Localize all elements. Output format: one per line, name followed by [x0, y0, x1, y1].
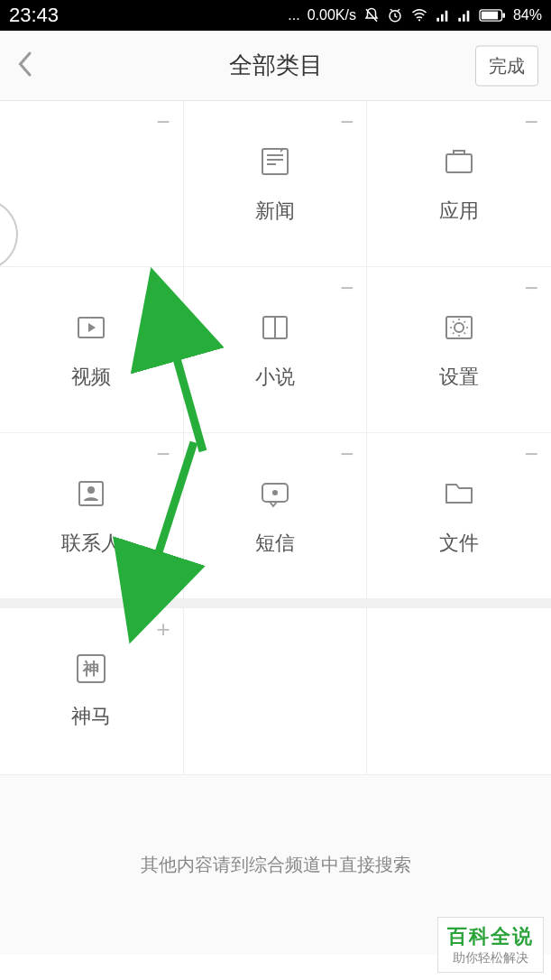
svg-rect-3	[482, 12, 498, 20]
category-label: 应用	[439, 198, 479, 225]
svg-point-11	[455, 323, 464, 332]
plus-icon[interactable]: +	[156, 617, 170, 641]
page-title: 全部类目	[229, 50, 323, 81]
category-label: 短信	[255, 530, 295, 557]
bell-mute-icon	[363, 7, 380, 23]
svg-point-1	[418, 19, 420, 21]
status-indicators: ... 0.00K/s 84%	[288, 7, 542, 23]
category-label: 小说	[255, 364, 295, 391]
category-cell-video[interactable]: − 视频	[0, 267, 184, 433]
done-button[interactable]: 完成	[475, 45, 538, 86]
category-label: 新闻	[255, 198, 295, 225]
signal-icon-2	[457, 8, 472, 23]
empty-cell	[367, 608, 551, 774]
ellipsis-icon: ...	[288, 7, 299, 23]
category-label: 文件	[439, 530, 479, 557]
message-icon	[257, 476, 293, 515]
minus-icon[interactable]: −	[525, 110, 538, 134]
svg-point-13	[87, 486, 95, 494]
category-cell-app[interactable]: − 应用	[367, 101, 551, 267]
battery-icon	[479, 9, 506, 22]
book-icon	[257, 310, 293, 349]
status-time: 23:43	[9, 4, 59, 27]
news-icon	[257, 143, 293, 183]
folder-icon	[441, 476, 477, 515]
other-categories-grid: + 神 神马	[0, 608, 551, 774]
settings-icon	[441, 310, 477, 349]
category-cell-shenma[interactable]: + 神 神马	[0, 608, 184, 774]
signal-icon	[436, 8, 450, 23]
minus-icon[interactable]: −	[340, 442, 354, 466]
status-bar: 23:43 ... 0.00K/s 84%	[0, 0, 551, 31]
category-cell-contacts[interactable]: − 联系人	[0, 433, 184, 599]
category-cell-files[interactable]: − 文件	[367, 433, 551, 599]
svg-rect-4	[502, 13, 505, 17]
minus-icon[interactable]: −	[156, 276, 170, 300]
minus-icon[interactable]: −	[340, 276, 354, 300]
wifi-icon	[410, 7, 428, 23]
app-icon	[441, 143, 477, 183]
section-divider	[0, 599, 551, 608]
battery-percent: 84%	[513, 7, 542, 23]
category-label: 联系人	[61, 530, 121, 557]
categories-grid: − − 新闻 − 应用 − 视频 − 小说 − 设置 −	[0, 101, 551, 599]
category-cell-novel[interactable]: − 小说	[184, 267, 368, 433]
minus-icon[interactable]: −	[525, 442, 538, 466]
watermark: 百科全说 助你轻松解决	[437, 917, 544, 973]
contact-icon	[73, 476, 109, 515]
svg-rect-6	[446, 154, 472, 172]
category-cell-settings[interactable]: − 设置	[367, 267, 551, 433]
shenma-icon: 神	[75, 652, 107, 689]
category-cell-news[interactable]: − 新闻	[184, 101, 368, 267]
category-cell-blank[interactable]: −	[0, 101, 184, 267]
minus-icon[interactable]: −	[340, 110, 354, 134]
category-label: 神马	[71, 703, 111, 730]
minus-icon[interactable]: −	[156, 110, 170, 134]
back-button[interactable]	[16, 51, 32, 81]
svg-rect-5	[262, 149, 288, 174]
svg-text:神: 神	[82, 660, 99, 678]
minus-icon[interactable]: −	[156, 442, 170, 466]
empty-cell	[184, 608, 368, 774]
category-cell-sms[interactable]: − 短信	[184, 433, 368, 599]
alarm-icon	[387, 7, 403, 23]
header: 全部类目 完成	[0, 31, 551, 101]
svg-point-15	[272, 490, 278, 495]
watermark-subtitle: 助你轻松解决	[447, 950, 534, 966]
video-icon	[73, 310, 109, 349]
chevron-left-icon	[16, 51, 32, 78]
category-label: 设置	[439, 364, 479, 391]
network-speed: 0.00K/s	[308, 7, 356, 23]
category-label: 视频	[71, 364, 111, 391]
watermark-title: 百科全说	[447, 923, 534, 950]
minus-icon[interactable]: −	[525, 276, 538, 300]
